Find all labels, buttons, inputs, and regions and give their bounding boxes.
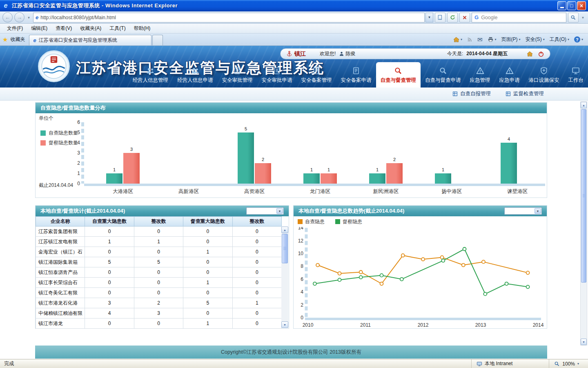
table-filter-select[interactable]: ▼ xyxy=(246,207,284,215)
nav-item-3[interactable]: 安全审批管理 xyxy=(218,62,257,88)
search-dropdown[interactable]: ▾ xyxy=(580,16,586,20)
trend-filter-select[interactable]: ▼ xyxy=(504,207,542,215)
page-scroll-down-button[interactable]: ▼ xyxy=(581,339,587,345)
nav-item-2[interactable]: 经营人信息申请 xyxy=(173,62,218,88)
table-cell: 0 xyxy=(183,257,232,267)
table-scroll-up-button[interactable]: ▲ xyxy=(281,227,288,233)
legend-label: 自查隐患 xyxy=(305,218,325,225)
people-icon xyxy=(191,67,199,75)
table-cell: 1 xyxy=(85,237,134,247)
table-row[interactable]: 镇江市港龙0010 xyxy=(36,319,282,329)
svg-text:2010: 2010 xyxy=(303,322,314,328)
nav-item-label: 工作台 xyxy=(568,77,584,84)
back-button[interactable]: ← xyxy=(2,12,13,22)
zoom-caret-icon: ▾ xyxy=(577,362,579,366)
home-shortcut-icon[interactable] xyxy=(526,51,533,57)
table-scroll-down-button[interactable]: ▼ xyxy=(281,321,288,328)
minimize-button[interactable] xyxy=(557,1,566,10)
forward-button[interactable]: → xyxy=(14,12,24,22)
home-button[interactable]: ▾ xyxy=(453,36,462,43)
y-tick-label: 5 xyxy=(70,130,80,135)
nav-item-1[interactable]: 经营人信息管理 xyxy=(128,62,173,88)
table-cell: 0 xyxy=(85,267,134,278)
table-cell: 0 xyxy=(232,308,281,319)
zoom-icon xyxy=(554,361,560,367)
print-button[interactable]: ▾ xyxy=(488,36,497,43)
city-label: 镇江 xyxy=(294,50,306,58)
welcome-label: 欢迎您! xyxy=(320,50,336,57)
nav-item-5[interactable]: 安全备案管理 xyxy=(297,62,336,88)
page-scroll-track[interactable] xyxy=(581,108,587,339)
zoom-control[interactable]: 100% ▾ xyxy=(549,359,584,368)
menu-item[interactable]: 查看(V) xyxy=(52,24,76,33)
nav-item-8[interactable]: 自查与督查申请 xyxy=(421,62,466,88)
page-scroll-up-button[interactable]: ▲ xyxy=(581,102,587,108)
new-tab-stub[interactable] xyxy=(152,35,163,45)
menu-item[interactable]: 工具(T) xyxy=(106,24,129,33)
tools-menu-button[interactable]: 工具(O)▾ xyxy=(550,36,569,43)
search-box[interactable]: G Google xyxy=(472,13,566,22)
address-field[interactable]: e http://localhost:8080/yjpt/Main.html xyxy=(33,13,425,22)
page-menu-button[interactable]: 页面(P)▾ xyxy=(501,36,521,43)
nav-item-4[interactable]: 安全审批申请 xyxy=(257,62,297,88)
menu-item[interactable]: 文件(F) xyxy=(3,24,27,33)
table-cell: 2 xyxy=(134,298,183,308)
table-cell: 镇江市港龙 xyxy=(36,319,85,329)
favorites-button[interactable]: ★ 收藏夹 xyxy=(2,34,29,45)
stop-button[interactable] xyxy=(459,13,470,22)
anchor-icon xyxy=(286,51,292,57)
sub-menu-item[interactable]: 监督检查管理 xyxy=(506,90,544,97)
nav-item-12[interactable]: 工作台 xyxy=(564,62,588,88)
nav-item-7[interactable]: 自查与督查管理 xyxy=(376,62,421,88)
maximize-button[interactable]: □ xyxy=(567,1,576,10)
page-scroll-thumb[interactable] xyxy=(581,109,586,283)
table-row[interactable]: 镇江恒泰沥青产品0000 xyxy=(36,267,282,278)
zone-label: 本地 Intranet xyxy=(485,360,512,367)
table-scrollbar[interactable]: ▲ ▼ xyxy=(281,227,288,328)
legend-swatch xyxy=(335,219,340,224)
sub-menu-item[interactable]: 自查自报管理 xyxy=(452,90,491,97)
nav-item-11[interactable]: 港口设施保安 xyxy=(524,62,564,88)
x-category-label: 高资港区 xyxy=(226,188,283,195)
table-row[interactable]: 江苏索普集团有限0000 xyxy=(36,227,282,237)
bar-value-label: 2 xyxy=(255,157,271,162)
page-scrollbar[interactable]: ▲ ▼ xyxy=(580,101,587,346)
stats-table: 企业名称自查重大隐患数整改数督查重大隐患数整改数 江苏索普集团有限0000江苏镇… xyxy=(36,216,282,329)
printer-icon xyxy=(488,36,494,43)
refresh-button[interactable] xyxy=(447,13,458,22)
read-mail-button[interactable]: ✉ xyxy=(477,36,483,43)
table-cell: 镇江李长荣综合石 xyxy=(36,278,85,288)
table-row[interactable]: 镇江港国际集装箱5500 xyxy=(36,257,282,267)
close-button[interactable]: × xyxy=(577,1,586,10)
search-button[interactable] xyxy=(568,13,579,22)
table-row[interactable]: 镇江李长荣综合石0010 xyxy=(36,278,282,288)
nav-item-6[interactable]: 安全备案申请 xyxy=(336,62,376,88)
table-row[interactable]: 江苏镇江发电有限1100 xyxy=(36,237,282,247)
safety-menu-button[interactable]: 安全(S)▾ xyxy=(526,36,545,43)
browser-window: e 江苏省港口安全监管与应急管理系统 - Windows Internet Ex… xyxy=(0,0,588,368)
address-dropdown[interactable]: ▼ xyxy=(425,13,433,22)
table-row[interactable]: 中储粮镇江粮油有限4300 xyxy=(36,308,282,319)
menu-item[interactable]: 编辑(E) xyxy=(27,24,51,33)
table-cell: 1 xyxy=(134,237,183,247)
table-scroll-track[interactable] xyxy=(281,233,288,321)
table-row[interactable]: 金海宏业（镇江）石0010 xyxy=(36,247,282,257)
stop-icon xyxy=(462,15,468,20)
table-row[interactable]: 镇江市港龙石化港3251 xyxy=(36,298,282,308)
sub-menu-bar: 自查自报管理监督检查管理 xyxy=(0,88,588,101)
window-title: 江苏省港口安全监管与应急管理系统 - Windows Internet Expl… xyxy=(12,2,178,9)
grid-icon xyxy=(452,91,458,96)
logout-icon[interactable] xyxy=(538,51,544,57)
address-bar: ← → ▾ e http://localhost:8080/yjpt/Main.… xyxy=(0,11,588,24)
feeds-button[interactable] xyxy=(467,37,472,42)
browser-tab[interactable]: e 江苏省港口安全监管与应急管理系统 xyxy=(29,35,151,45)
menu-item[interactable]: 收藏夹(A) xyxy=(76,24,105,33)
compatibility-button[interactable] xyxy=(435,13,445,22)
help-button[interactable]: ?▾ xyxy=(574,36,583,43)
table-scroll-thumb[interactable] xyxy=(282,234,288,263)
menu-item[interactable]: 帮助(H) xyxy=(130,24,154,33)
history-dropdown[interactable]: ▾ xyxy=(26,16,31,20)
nav-item-10[interactable]: 应急申请 xyxy=(495,62,524,88)
nav-item-9[interactable]: 应急管理 xyxy=(466,62,495,88)
table-row[interactable]: 镇江奇美化工有限0000 xyxy=(36,288,282,298)
